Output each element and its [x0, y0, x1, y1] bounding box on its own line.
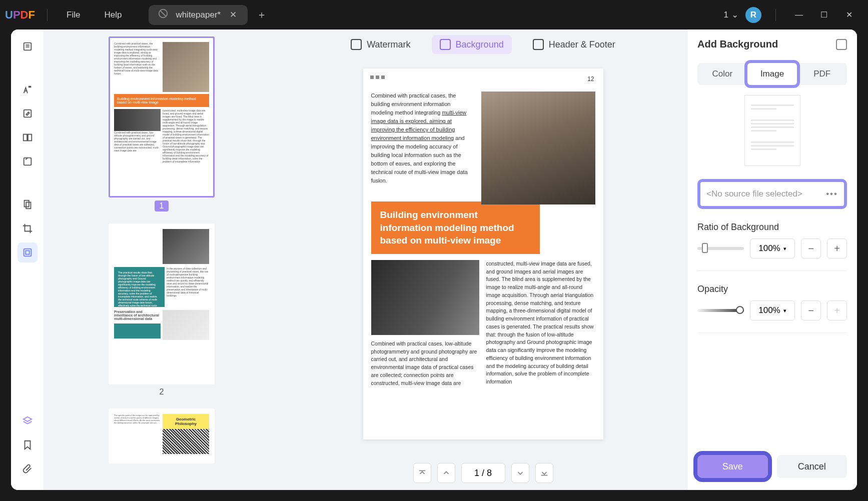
document-icon: [158, 8, 169, 22]
panel-title: Add Background: [697, 38, 847, 50]
user-avatar[interactable]: R: [745, 7, 761, 23]
thumbnail-page-1[interactable]: Combined with practical cases, the build…: [109, 36, 215, 198]
opacity-decrease[interactable]: −: [801, 300, 821, 320]
next-page-button[interactable]: [511, 463, 529, 483]
save-button[interactable]: Save: [697, 455, 768, 478]
tool-comment[interactable]: [18, 80, 38, 100]
chevron-down-icon: ▾: [783, 308, 786, 314]
titlebar: UPDF File Help whitepaper* ✕ ＋ 1⌄ R ― ☐ …: [0, 0, 868, 30]
thumbnails-panel: Combined with practical cases, the build…: [44, 30, 279, 490]
background-preview: [744, 95, 800, 166]
opacity-slider[interactable]: [697, 309, 744, 312]
document-tab[interactable]: whitepaper* ✕: [149, 5, 248, 25]
last-page-button[interactable]: [535, 463, 553, 483]
tool-layers[interactable]: [18, 411, 38, 431]
chevron-down-icon: ⌄: [731, 10, 738, 20]
page-number: 12: [587, 76, 594, 82]
page-image-workstation: [371, 260, 479, 335]
tool-reader[interactable]: [18, 36, 38, 56]
vertical-toolbar: [11, 30, 44, 490]
app-logo: UPDF: [0, 8, 40, 22]
cancel-button[interactable]: Cancel: [777, 455, 847, 478]
minimize-button[interactable]: ―: [790, 10, 808, 20]
ratio-slider[interactable]: [697, 247, 744, 250]
new-tab-button[interactable]: ＋: [257, 8, 267, 22]
opacity-increase: +: [827, 300, 847, 320]
opacity-label: Opacity: [697, 284, 847, 294]
svg-rect-10: [26, 202, 31, 208]
tab-background[interactable]: Background: [432, 35, 512, 54]
ratio-label: Ratio of Background: [697, 222, 847, 232]
prev-page-button[interactable]: [437, 463, 455, 483]
menu-help[interactable]: Help: [92, 10, 134, 20]
tab-pdf[interactable]: PDF: [797, 63, 847, 85]
tab-color[interactable]: Color: [697, 63, 747, 85]
thumbnail-page-2[interactable]: The practical results show that: through…: [109, 224, 215, 384]
tab-image[interactable]: Image: [747, 63, 797, 85]
opacity-value[interactable]: 100%▾: [750, 300, 795, 320]
tool-bookmark[interactable]: [18, 435, 38, 455]
background-icon: [440, 39, 451, 50]
first-page-button[interactable]: [413, 463, 431, 483]
svg-rect-6: [23, 134, 27, 141]
browse-button[interactable]: •••: [826, 189, 838, 199]
close-window-button[interactable]: ✕: [840, 10, 858, 20]
tool-form[interactable]: [18, 152, 38, 172]
ratio-decrease[interactable]: −: [801, 238, 821, 258]
svg-rect-12: [26, 250, 29, 254]
page-title-block: Building environment information modelin…: [371, 202, 540, 254]
pagination: 1 / 8: [279, 456, 687, 490]
menu-file[interactable]: File: [55, 10, 92, 20]
reset-icon[interactable]: [836, 39, 847, 50]
svg-rect-7: [28, 134, 31, 141]
thumbnail-number-1: 1: [155, 200, 169, 212]
tab-title: whitepaper*: [176, 10, 221, 20]
svg-rect-8: [24, 158, 31, 166]
file-select-row[interactable]: <No source file selected> •••: [697, 179, 847, 209]
page-image-atrium: [481, 92, 595, 204]
tool-crop[interactable]: [18, 218, 38, 238]
page-input[interactable]: 1 / 8: [461, 463, 505, 483]
svg-line-1: [161, 11, 166, 16]
tab-watermark[interactable]: Watermark: [343, 35, 418, 54]
close-tab-button[interactable]: ✕: [228, 8, 239, 22]
page-tools-tabs: Watermark Background Header & Footer: [279, 30, 687, 60]
page-preview: 12 Combined with practical cases, the bu…: [363, 68, 603, 440]
tab-count[interactable]: 1⌄: [724, 10, 738, 20]
ratio-increase[interactable]: +: [827, 238, 847, 258]
tool-organize[interactable]: [18, 128, 38, 148]
tool-ocr[interactable]: [18, 194, 38, 214]
watermark-icon: [351, 39, 362, 50]
header-footer-icon: [533, 39, 544, 50]
center-area: Watermark Background Header & Footer 12 …: [279, 30, 687, 490]
maximize-button[interactable]: ☐: [815, 10, 833, 20]
add-background-panel: Add Background Color Image PDF <No sourc…: [687, 30, 857, 490]
tool-page-tools[interactable]: [18, 242, 38, 262]
file-placeholder: <No source file selected>: [706, 189, 802, 199]
svg-rect-11: [24, 249, 31, 256]
chevron-down-icon: ▾: [783, 246, 786, 252]
thumbnail-page-3[interactable]: The specific point of the image can be a…: [109, 408, 215, 464]
background-type-tabs: Color Image PDF: [697, 63, 847, 85]
tool-attachment[interactable]: [18, 459, 38, 479]
tool-edit[interactable]: [18, 104, 38, 124]
ratio-value[interactable]: 100%▾: [750, 238, 795, 258]
tab-header-footer[interactable]: Header & Footer: [525, 35, 623, 54]
thumbnail-number-2: 2: [160, 388, 164, 396]
